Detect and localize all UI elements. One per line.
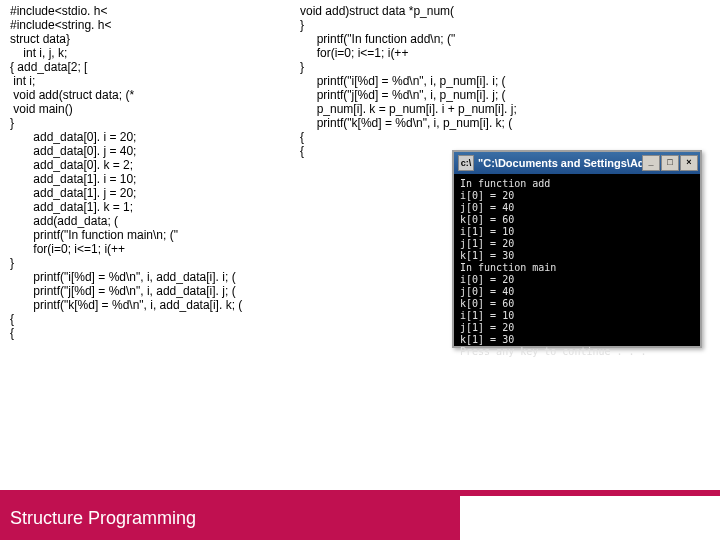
minimize-button[interactable]: _ <box>642 155 660 171</box>
console-title: "C:\Documents and Settings\Administr... <box>478 157 642 169</box>
close-button[interactable]: × <box>680 155 698 171</box>
footer: Structure Programming <box>0 496 460 540</box>
cmd-icon: c:\ <box>458 155 474 171</box>
footer-title: Structure Programming <box>0 496 460 540</box>
console-titlebar[interactable]: c:\ "C:\Documents and Settings\Administr… <box>454 152 700 174</box>
code-block-left: #include<stdio. h< #include<string. h< s… <box>10 4 242 340</box>
console-output: In function add i[0] = 20 j[0] = 40 k[0]… <box>454 174 700 362</box>
code-block-right: void add)struct data *p_num( } printf("I… <box>300 4 517 158</box>
window-buttons: _ □ × <box>642 155 698 171</box>
maximize-button[interactable]: □ <box>661 155 679 171</box>
console-window: c:\ "C:\Documents and Settings\Administr… <box>452 150 702 348</box>
